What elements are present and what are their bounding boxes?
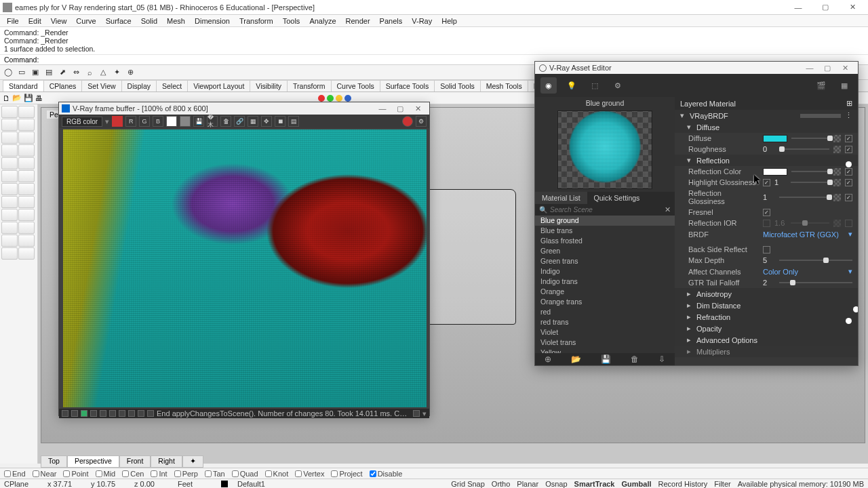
tab-solid-tools[interactable]: Solid Tools	[434, 80, 481, 92]
menu-help[interactable]: Help	[437, 16, 461, 26]
tab-surface-tools[interactable]: Surface Tools	[380, 80, 435, 92]
tool-button[interactable]	[18, 235, 35, 247]
layer-swatch[interactable]	[221, 481, 228, 487]
tab-visibility[interactable]: Visibility	[250, 80, 288, 92]
tool-button[interactable]	[18, 183, 35, 195]
affect-dropdown[interactable]: Color Only	[763, 268, 844, 276]
search-input[interactable]	[550, 206, 665, 214]
link-icon[interactable]: 🔗	[234, 116, 245, 127]
menu-view[interactable]: View	[47, 16, 71, 26]
slider[interactable]	[779, 148, 829, 150]
flag-filter[interactable]: Filter	[714, 480, 730, 488]
list-item[interactable]: Yellow	[535, 348, 675, 353]
osnap-knot[interactable]: Knot	[265, 470, 289, 478]
vae-max[interactable]: ▢	[818, 64, 836, 73]
render-image[interactable]	[63, 129, 427, 407]
menu-edit[interactable]: Edit	[24, 16, 45, 26]
stop-icon[interactable]: ⏹	[275, 116, 285, 127]
section-reflection[interactable]: ▾Reflection	[675, 155, 858, 166]
clear-icon[interactable]: 🗑	[220, 116, 231, 127]
osnap-end[interactable]: End	[4, 470, 26, 478]
tool-icon[interactable]: ⌕	[84, 67, 95, 78]
section-dim-distance[interactable]: ▸Dim Distance	[675, 300, 858, 311]
tool-button[interactable]	[1, 144, 18, 157]
color-dot[interactable]	[344, 95, 351, 102]
tool-button[interactable]	[18, 196, 35, 208]
lock-checkbox[interactable]: ✓	[763, 179, 770, 186]
maximize-button[interactable]: ▢	[812, 1, 838, 14]
color-dot[interactable]	[318, 95, 325, 102]
status-units[interactable]: Feet	[178, 480, 212, 488]
menu-analyze[interactable]: Analyze	[305, 16, 340, 26]
add-layer-icon[interactable]: ⊞	[846, 99, 852, 108]
tool-button[interactable]	[1, 131, 18, 144]
osnap-perp[interactable]: Perp	[174, 470, 198, 478]
flag-gridsnap[interactable]: Grid Snap	[451, 480, 485, 488]
save-icon[interactable]: 💾	[24, 94, 33, 102]
checkbox[interactable]: ✓	[845, 135, 852, 142]
status-icon[interactable]	[71, 410, 78, 417]
clear-search-icon[interactable]: ✕	[665, 205, 671, 214]
status-icon[interactable]	[413, 410, 420, 417]
color-swatch[interactable]	[763, 168, 787, 176]
tool-button[interactable]	[1, 119, 18, 131]
mono-grey-icon[interactable]	[180, 116, 191, 127]
tool-button[interactable]	[1, 106, 18, 118]
geometry-icon[interactable]: ⬚	[587, 77, 603, 94]
render-icon[interactable]: 🎬	[813, 77, 829, 94]
tool-button[interactable]	[18, 131, 35, 144]
list-item[interactable]: Violet	[535, 327, 675, 338]
vtab-add[interactable]: ✦	[182, 455, 203, 468]
record-icon[interactable]	[402, 116, 413, 127]
status-layer[interactable]: Default1	[237, 480, 271, 488]
channel-select[interactable]: RGB color	[62, 117, 102, 127]
flag-smarttrack[interactable]: SmartTrack	[574, 480, 615, 488]
list-item[interactable]: Indigo	[535, 266, 675, 277]
menu-curve[interactable]: Curve	[72, 16, 100, 26]
color-swatch[interactable]	[763, 135, 787, 142]
settings-icon[interactable]: ⚙	[610, 77, 626, 94]
list-item[interactable]: Orange trans	[535, 297, 675, 307]
vae-titlebar[interactable]: V-Ray Asset Editor — ▢ ✕	[535, 62, 858, 74]
menu-icon[interactable]: ⋮	[845, 111, 852, 120]
vray-asset-editor[interactable]: V-Ray Asset Editor — ▢ ✕ ◉ 💡 ⬚ ⚙ 🎬 ▦ Blu…	[534, 61, 859, 366]
tab-transform[interactable]: Transform	[287, 80, 331, 92]
tool-icon[interactable]: △	[98, 67, 108, 78]
brdf-dropdown[interactable]: Microfacet GTR (GGX)	[763, 230, 844, 239]
status-icon[interactable]	[90, 410, 97, 417]
delete-icon[interactable]: 🗑	[631, 354, 639, 364]
tool-icon[interactable]: ▤	[43, 67, 54, 78]
tab-select[interactable]: Select	[156, 80, 188, 92]
history-icon[interactable]: �木	[207, 116, 218, 127]
osnap-cen[interactable]: Cen	[122, 470, 144, 478]
tab-curve-tools[interactable]: Curve Tools	[331, 80, 380, 92]
status-cplane[interactable]: CPlane	[4, 480, 38, 488]
menu-solid[interactable]: Solid	[137, 16, 161, 26]
tool-icon[interactable]: ✦	[111, 67, 122, 78]
status-icon[interactable]	[119, 410, 125, 417]
tool-icon[interactable]: ⬈	[57, 67, 68, 78]
status-icon[interactable]	[147, 410, 154, 417]
fb-max[interactable]: ▢	[391, 104, 409, 113]
section-refraction[interactable]: ▸Refraction	[675, 311, 858, 323]
swatch-icon[interactable]	[112, 116, 123, 127]
frame-buffer-icon[interactable]: ▦	[836, 77, 852, 94]
list-item[interactable]: Violet trans	[535, 338, 675, 348]
tool-button[interactable]	[18, 144, 35, 157]
menu-render[interactable]: Render	[342, 16, 374, 26]
section-multipliers[interactable]: ▸Multipliers	[675, 346, 858, 357]
status-icon[interactable]	[109, 410, 116, 417]
vtab-front[interactable]: Front	[119, 455, 151, 468]
fb-min[interactable]: —	[374, 104, 391, 113]
tool-button[interactable]	[1, 222, 18, 234]
list-item[interactable]: Green trans	[535, 256, 675, 266]
tab-cplanes[interactable]: CPlanes	[43, 80, 83, 92]
print-icon[interactable]: 🖶	[35, 94, 43, 102]
menu-mesh[interactable]: Mesh	[163, 16, 189, 26]
menu-dimension[interactable]: Dimension	[191, 16, 234, 26]
frame-buffer-window[interactable]: V-Ray frame buffer - [100% of 800 x 600]…	[58, 102, 430, 416]
tool-icon[interactable]: ▭	[16, 67, 27, 78]
list-item[interactable]: red trans	[535, 317, 675, 327]
material-list[interactable]: Blue ground Blue trans Glass frosted Gre…	[535, 216, 675, 353]
track-icon[interactable]: ✥	[261, 116, 272, 127]
